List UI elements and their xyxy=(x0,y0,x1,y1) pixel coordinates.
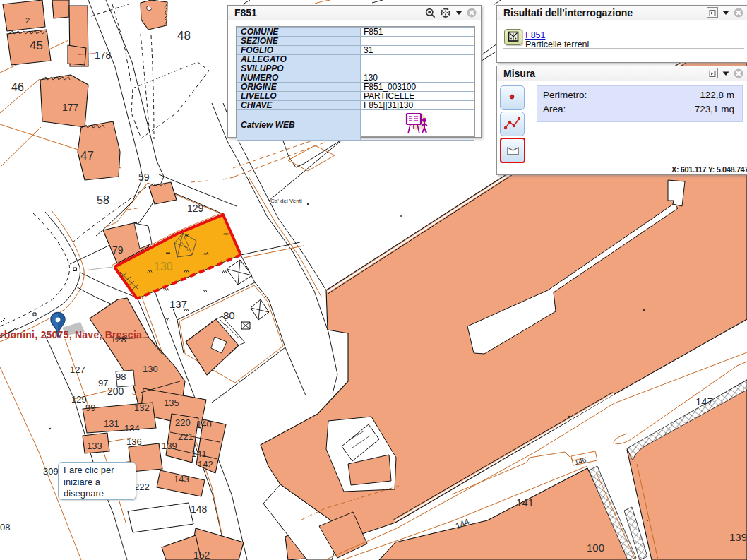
svg-text:200: 200 xyxy=(107,386,124,397)
svg-text:58: 58 xyxy=(97,194,109,206)
svg-text:220: 220 xyxy=(175,417,191,428)
svg-text:136: 136 xyxy=(126,436,142,447)
svg-text:132: 132 xyxy=(134,403,150,413)
svg-text:143: 143 xyxy=(174,474,189,484)
svg-text:80: 80 xyxy=(223,309,235,321)
svg-text:135: 135 xyxy=(164,398,179,408)
svg-text:140: 140 xyxy=(196,419,212,429)
svg-text:139: 139 xyxy=(162,441,177,451)
svg-text:59: 59 xyxy=(138,172,150,183)
svg-text:131: 131 xyxy=(104,418,119,429)
svg-text:127: 127 xyxy=(70,364,85,375)
svg-text:309: 309 xyxy=(43,466,59,477)
svg-text:100: 100 xyxy=(587,542,604,554)
svg-text:141: 141 xyxy=(516,496,534,508)
svg-text:222: 222 xyxy=(134,482,150,492)
svg-text:46: 46 xyxy=(11,81,24,93)
svg-text:141: 141 xyxy=(191,448,207,459)
svg-text:48: 48 xyxy=(177,29,191,42)
svg-text:221: 221 xyxy=(178,431,193,442)
svg-text:130: 130 xyxy=(154,261,173,273)
svg-text:147: 147 xyxy=(695,395,713,407)
svg-text:142: 142 xyxy=(198,459,213,470)
svg-text:98: 98 xyxy=(116,371,126,382)
svg-text:2: 2 xyxy=(25,16,30,25)
svg-text:178: 178 xyxy=(95,49,112,61)
svg-text:152: 152 xyxy=(193,549,210,560)
svg-text:47: 47 xyxy=(80,149,94,162)
svg-text:133: 133 xyxy=(87,441,102,451)
svg-text:99: 99 xyxy=(85,403,95,413)
svg-text:Ca' dei Venti: Ca' dei Venti xyxy=(270,198,302,204)
svg-text:08: 08 xyxy=(0,522,10,532)
svg-text:148: 148 xyxy=(191,504,208,515)
svg-text:139: 139 xyxy=(729,531,747,543)
svg-text:137: 137 xyxy=(169,298,187,310)
svg-text:129: 129 xyxy=(71,394,87,405)
svg-text:130: 130 xyxy=(143,364,158,374)
svg-text:177: 177 xyxy=(62,102,79,113)
svg-text:79: 79 xyxy=(112,244,124,256)
svg-text:134: 134 xyxy=(124,423,140,434)
svg-text:129: 129 xyxy=(187,203,204,214)
svg-text:45: 45 xyxy=(30,39,43,52)
